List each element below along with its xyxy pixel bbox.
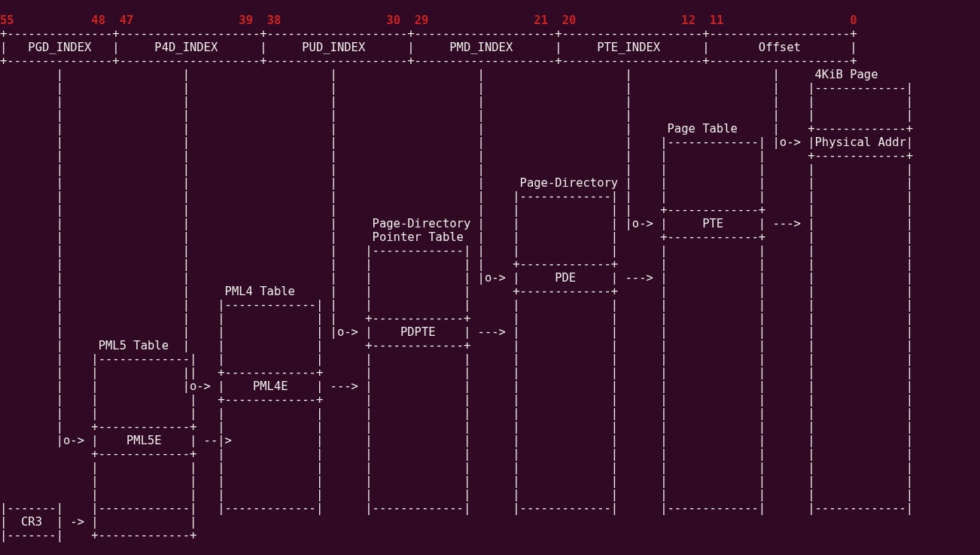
ascii-diagram: 55 48 47 39 38 30 29 21 20 12 11 0 +----… [0,0,980,555]
